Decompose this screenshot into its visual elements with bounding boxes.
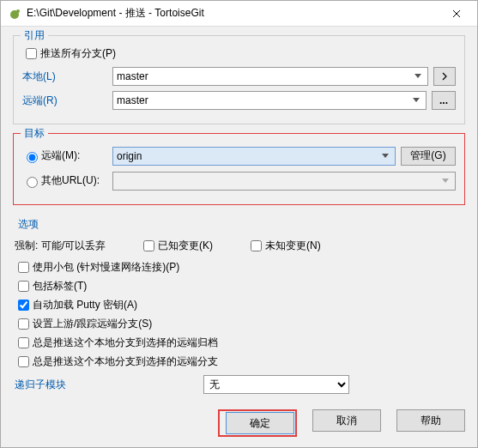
push-dialog: E:\Git\Development - 推送 - TortoiseGit 引用… xyxy=(0,0,478,448)
button-bar: 确定 取消 帮助 xyxy=(218,409,465,437)
autoload-putty-checkbox[interactable]: 自动加载 Putty 密钥(A) xyxy=(15,297,463,313)
known-changes-checkbox[interactable]: 已知变更(K) xyxy=(140,238,213,254)
set-upstream-label: 设置上游/跟踪远端分支(S) xyxy=(33,317,152,331)
local-browse-button[interactable] xyxy=(433,67,456,86)
window-title: E:\Git\Development - 推送 - TortoiseGit xyxy=(27,6,437,21)
other-url-radio-label: 其他URL(U): xyxy=(41,173,100,188)
group-destination: 目标 远端(M): origin 管理(G) xyxy=(13,133,465,205)
remote-browse-button[interactable]: ... xyxy=(432,91,456,110)
submodule-label[interactable]: 递归子模块 xyxy=(15,378,203,392)
known-changes-label: 已知变更(K) xyxy=(158,239,213,253)
remote-combo-value: origin xyxy=(117,150,142,162)
local-branch-combo[interactable]: master xyxy=(112,67,428,86)
remote-radio-label: 远端(M): xyxy=(41,148,80,163)
manage-button[interactable]: 管理(G) xyxy=(401,147,456,166)
ok-button-label: 确定 xyxy=(250,416,270,431)
chevron-down-icon xyxy=(411,70,425,83)
autoload-putty-input[interactable] xyxy=(18,300,29,311)
thin-pack-checkbox[interactable]: 使用小包 (针对慢速网络连接)(P) xyxy=(15,259,463,275)
include-tags-checkbox[interactable]: 包括标签(T) xyxy=(15,278,463,294)
help-button[interactable]: 帮助 xyxy=(396,409,465,432)
always-branch-checkbox[interactable]: 总是推送这个本地分支到选择的远端分支 xyxy=(15,354,463,370)
always-archive-input[interactable] xyxy=(18,337,29,348)
remote-combo[interactable]: origin xyxy=(112,147,396,166)
submodule-select[interactable]: 无 xyxy=(203,375,349,394)
group-options: 选项 强制: 可能/可以丢弃 已知变更(K) 未知变更(N) 使用小包 (针对慢… xyxy=(13,214,465,403)
remote-branch-combo[interactable]: master xyxy=(112,91,427,110)
chevron-down-icon xyxy=(439,174,452,188)
always-branch-label: 总是推送这个本地分支到选择的远端分支 xyxy=(33,354,218,369)
other-url-radio-input[interactable] xyxy=(27,177,38,188)
local-label[interactable]: 本地(L) xyxy=(22,70,112,84)
autoload-putty-label: 自动加载 Putty 密钥(A) xyxy=(33,298,137,312)
close-button[interactable] xyxy=(437,1,475,26)
remote-branch-value: master xyxy=(117,94,148,106)
unknown-changes-label: 未知变更(N) xyxy=(265,239,321,253)
ok-button[interactable]: 确定 xyxy=(226,412,294,434)
remote-radio-input[interactable] xyxy=(27,152,38,163)
cancel-button[interactable]: 取消 xyxy=(312,409,381,432)
group-options-title: 选项 xyxy=(15,217,463,232)
include-tags-label: 包括标签(T) xyxy=(33,279,87,294)
other-url-radio[interactable]: 其他URL(U): xyxy=(22,173,112,188)
push-all-input[interactable] xyxy=(26,48,37,59)
remote-radio[interactable]: 远端(M): xyxy=(22,148,112,163)
local-branch-value: master xyxy=(117,70,148,82)
push-all-checkbox[interactable]: 推送所有分支(P) xyxy=(22,45,456,62)
set-upstream-checkbox[interactable]: 设置上游/跟踪远端分支(S) xyxy=(15,316,463,332)
push-all-label: 推送所有分支(P) xyxy=(40,46,116,61)
help-button-label: 帮助 xyxy=(421,414,441,428)
cancel-button-label: 取消 xyxy=(336,414,357,428)
always-branch-input[interactable] xyxy=(18,356,29,367)
chevron-down-icon xyxy=(409,94,423,107)
always-archive-label: 总是推送这个本地分支到选择的远端归档 xyxy=(33,336,218,350)
ok-highlight: 确定 xyxy=(218,409,297,437)
known-changes-input[interactable] xyxy=(143,240,154,251)
thin-pack-input[interactable] xyxy=(18,262,29,273)
include-tags-input[interactable] xyxy=(18,281,29,292)
remote-branch-label[interactable]: 远端(R) xyxy=(22,94,112,108)
unknown-changes-checkbox[interactable]: 未知变更(N) xyxy=(247,238,321,254)
chevron-down-icon xyxy=(378,149,392,163)
set-upstream-input[interactable] xyxy=(18,318,29,330)
group-destination-title: 目标 xyxy=(21,126,48,141)
thin-pack-label: 使用小包 (针对慢速网络连接)(P) xyxy=(33,260,179,275)
other-url-combo[interactable] xyxy=(112,172,456,191)
force-label: 强制: 可能/可以丢弃 xyxy=(15,239,106,253)
group-ref-title: 引用 xyxy=(21,28,48,43)
always-archive-checkbox[interactable]: 总是推送这个本地分支到选择的远端归档 xyxy=(15,335,463,351)
unknown-changes-input[interactable] xyxy=(251,240,262,251)
group-ref: 引用 推送所有分支(P) 本地(L) master 远端(R) xyxy=(13,35,465,124)
svg-point-1 xyxy=(16,9,20,13)
manage-button-label: 管理(G) xyxy=(410,148,445,163)
titlebar: E:\Git\Development - 推送 - TortoiseGit xyxy=(1,1,477,27)
dialog-content: 引用 推送所有分支(P) 本地(L) master 远端(R) xyxy=(1,27,477,420)
app-icon xyxy=(8,7,21,21)
